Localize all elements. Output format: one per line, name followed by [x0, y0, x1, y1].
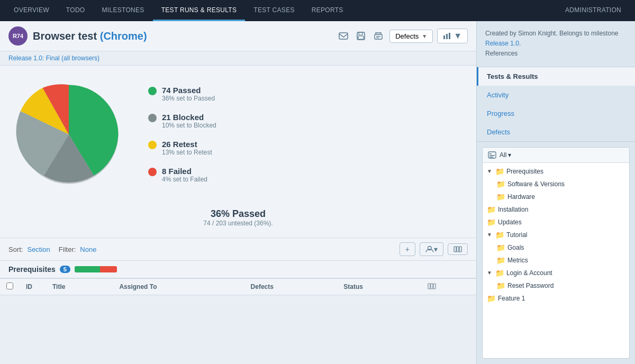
legend-label-passed: 74 Passed — [162, 86, 215, 95]
legend-retest: 26 Retest 13% set to Retest — [148, 140, 216, 156]
sidebar-nav-progress[interactable]: Progress — [477, 104, 635, 123]
folder-icon-tutorial: 📁 — [495, 231, 504, 239]
nav-administration[interactable]: ADMINISTRATION — [557, 0, 630, 21]
legend-passed: 74 Passed 36% set to Passed — [148, 86, 216, 102]
tree-item-metrics[interactable]: 📁 Metrics — [483, 254, 629, 267]
summary-detail: 74 / 203 untested (36%). — [11, 220, 466, 227]
tree-item-hardware[interactable]: 📁 Hardware — [483, 190, 629, 203]
legend-dot-blocked — [148, 114, 157, 122]
list-toolbar: Sort: Section Filter: None + ▾ — [0, 238, 476, 261]
print-button[interactable] — [371, 30, 385, 42]
top-navigation: OVERVIEW TODO MILESTONES TEST RUNS & RES… — [0, 0, 635, 21]
references-text: References — [485, 50, 518, 57]
legend-label-failed: 8 Failed — [162, 167, 207, 176]
svg-rect-9 — [449, 33, 450, 39]
nav-test-cases[interactable]: TEST CASES — [245, 0, 303, 21]
sidebar-nav-defects[interactable]: Defects — [477, 123, 635, 141]
test-table: ID Title Assigned To Defects Status — [0, 278, 476, 295]
legend-sub-failed: 4% set to Failed — [162, 176, 207, 183]
sidebar-nav-activity[interactable]: Activity — [477, 86, 635, 104]
svg-rect-15 — [428, 284, 430, 289]
svg-rect-8 — [446, 34, 448, 39]
folder-icon-feature1: 📁 — [487, 294, 496, 303]
folder-icon-software: 📁 — [496, 180, 505, 188]
page-header: R74 Browser test (Chrome) Defects ▼ — [0, 21, 476, 51]
svg-rect-21 — [489, 157, 493, 158]
svg-rect-19 — [489, 153, 492, 154]
svg-rect-20 — [489, 155, 495, 156]
save-button[interactable] — [355, 30, 367, 42]
tree-item-software[interactable]: 📁 Software & Versions — [483, 178, 629, 190]
folder-icon-hardware: 📁 — [496, 193, 505, 201]
tree-label-software: Software & Versions — [507, 180, 565, 188]
tree-label-metrics: Metrics — [507, 257, 528, 264]
folder-icon-goals: 📁 — [496, 243, 505, 252]
right-sidebar: Created by Simon Knight. Belongs to mile… — [476, 21, 635, 364]
tree-item-installation[interactable]: 📁 Installation — [483, 203, 629, 216]
tree-item-login-account[interactable]: ▼ 📁 Login & Account — [483, 267, 629, 279]
tree-label-updates: Updates — [498, 219, 522, 226]
tree-item-reset-password[interactable]: 📁 Reset Password — [483, 279, 629, 292]
col-status: Status — [337, 279, 421, 295]
sort-label: Sort: — [8, 245, 23, 253]
tree-label-reset: Reset Password — [507, 282, 554, 289]
filter-value[interactable]: None — [80, 245, 96, 253]
sidebar-nav-tests[interactable]: Tests & Results — [477, 67, 635, 86]
chart-section: 74 Passed 36% set to Passed 21 Blocked 1… — [0, 66, 476, 203]
chart-summary: 36% Passed 74 / 203 untested (36%). — [0, 203, 476, 238]
tree-item-updates[interactable]: 📁 Updates — [483, 216, 629, 229]
section-title: Prerequisites — [8, 265, 56, 274]
folder-icon-metrics: 📁 — [496, 256, 505, 265]
svg-rect-4 — [375, 34, 382, 39]
tree-label-hardware: Hardware — [507, 193, 535, 201]
left-content: R74 Browser test (Chrome) Defects ▼ — [0, 21, 476, 364]
columns-button[interactable] — [448, 243, 468, 255]
tree-item-tutorial[interactable]: ▼ 📁 Tutorial — [483, 229, 629, 241]
filter-label: Filter: — [59, 245, 76, 253]
sort-value[interactable]: Section — [27, 245, 50, 253]
assign-button[interactable]: ▾ — [420, 242, 443, 256]
legend-blocked: 21 Blocked 10% set to Blocked — [148, 113, 216, 129]
legend-dot-retest — [148, 141, 157, 149]
section-badge: 5 — [60, 266, 70, 273]
nav-overview[interactable]: OVERVIEW — [5, 0, 58, 21]
chart-button[interactable]: ▼ — [437, 29, 468, 43]
svg-rect-17 — [433, 284, 436, 289]
tree-caret-tutorial: ▼ — [487, 232, 492, 238]
tree-item-goals[interactable]: 📁 Goals — [483, 241, 629, 254]
add-button[interactable]: + — [400, 242, 415, 256]
tree-label-tutorial: Tutorial — [506, 231, 528, 239]
nav-reports[interactable]: REPORTS — [303, 0, 352, 21]
chart-caret: ▼ — [453, 31, 462, 41]
page-title-text: Browser test — [33, 30, 100, 42]
select-all-checkbox[interactable] — [6, 283, 13, 289]
svg-rect-3 — [358, 36, 364, 39]
tree-all-button[interactable]: All ▾ — [500, 151, 511, 159]
nav-test-runs[interactable]: TEST RUNS & RESULTS — [153, 0, 246, 21]
tree-label-prerequisites: Prerequisites — [506, 168, 543, 175]
svg-rect-0 — [339, 33, 348, 39]
svg-rect-12 — [454, 247, 456, 252]
folder-icon-login: 📁 — [495, 269, 504, 277]
folder-icon-reset: 📁 — [496, 281, 505, 290]
progress-bar — [75, 266, 117, 272]
milestone-link[interactable]: Release 1.0. — [485, 40, 521, 47]
col-assigned: Assigned To — [113, 279, 244, 295]
nav-todo[interactable]: TODO — [58, 0, 94, 21]
folder-icon-installation: 📁 — [487, 205, 496, 214]
nav-milestones[interactable]: MILESTONES — [94, 0, 153, 21]
main-layout: R74 Browser test (Chrome) Defects ▼ — [0, 21, 635, 364]
pie-chart — [11, 76, 127, 193]
col-actions — [421, 279, 476, 295]
email-button[interactable] — [337, 30, 350, 42]
section-header: Prerequisites 5 — [0, 261, 476, 278]
tree-item-feature1[interactable]: 📁 Feature 1 — [483, 292, 629, 305]
page-title: Browser test (Chrome) — [33, 30, 147, 42]
breadcrumb[interactable]: Release 1.0: Final (all browsers) — [0, 51, 476, 66]
svg-rect-13 — [457, 247, 459, 252]
tree-item-prerequisites[interactable]: ▼ 📁 Prerequisites — [483, 165, 629, 178]
svg-rect-7 — [443, 35, 445, 39]
tree-all-caret: ▾ — [508, 151, 511, 159]
svg-rect-16 — [431, 284, 433, 289]
defects-dropdown[interactable]: Defects ▼ — [389, 30, 433, 43]
